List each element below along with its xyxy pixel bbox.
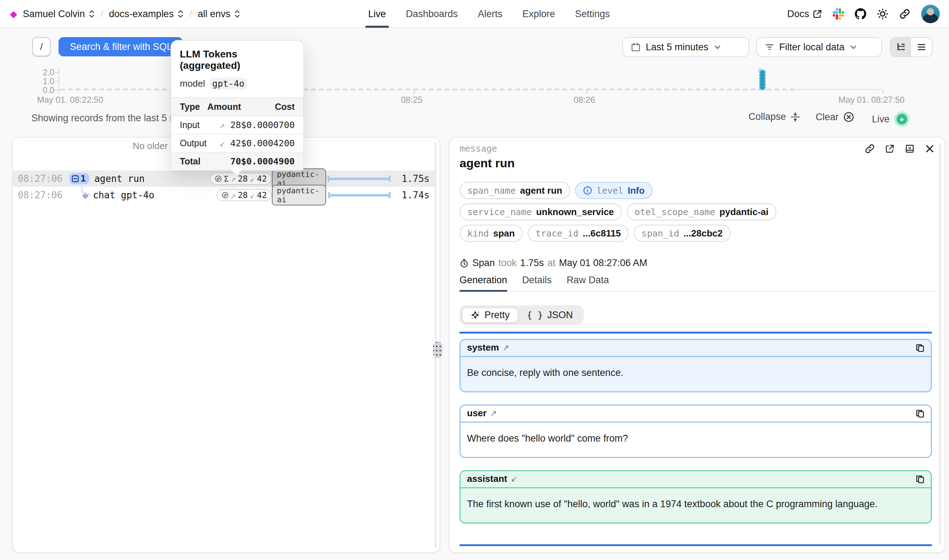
clear-button[interactable]: Clear — [815, 111, 854, 123]
message-header: system ↗ — [461, 340, 931, 357]
breadcrumb: ◆ Samuel Colvin / docs-examples / all en… — [10, 0, 240, 28]
pretty-view-button[interactable]: Pretty — [461, 308, 518, 323]
attr-service-name[interactable]: service_name unknown_service — [460, 203, 622, 220]
token-cost-table: Type Amount Cost Input ↗ 28 $0.0000700 O… — [171, 97, 303, 170]
table-row-output: Output ↙ 42 $0.0004200 — [171, 134, 303, 152]
share-link-icon[interactable] — [899, 8, 911, 20]
org-name: Samuel Colvin — [23, 9, 85, 20]
output-arrow-icon: ↙ — [219, 138, 225, 148]
clear-label: Clear — [815, 112, 839, 123]
braces-icon: { } — [527, 310, 543, 320]
panel-resize-grip[interactable] — [433, 342, 442, 358]
attr-trace-id[interactable]: trace_id ...6c8115 — [528, 225, 629, 242]
input-arrow-icon: ↗ — [231, 174, 236, 183]
outgoing-arrow-icon: ↗ — [503, 343, 509, 352]
x-label-start: May 01. 08:22:50 — [37, 95, 103, 105]
tab-generation[interactable]: Generation — [460, 275, 507, 291]
close-icon[interactable] — [925, 144, 935, 154]
copy-link-icon[interactable] — [865, 144, 875, 154]
role-label: user — [467, 408, 487, 419]
copy-icon[interactable] — [916, 343, 924, 352]
clear-circle-x-icon — [843, 111, 854, 123]
tab-details[interactable]: Details — [522, 275, 552, 291]
open-in-new-icon[interactable] — [885, 144, 895, 154]
detail-scrollbar[interactable] — [939, 143, 941, 545]
tab-settings[interactable]: Settings — [575, 0, 610, 28]
tab-explore[interactable]: Explore — [522, 0, 555, 28]
model-value: gpt-4o — [209, 78, 247, 89]
live-label: Live — [872, 114, 890, 125]
collapse-label: Collapse — [749, 111, 786, 122]
scope-tag[interactable]: pydantic-ai — [272, 185, 326, 205]
trace-list-panel: No older records to show 08:27:06 1 agen… — [12, 137, 440, 553]
slash-shortcut-key: / — [32, 37, 51, 56]
sparkle-icon — [470, 310, 480, 320]
tree-view-button[interactable] — [891, 38, 911, 56]
env-selector[interactable]: all envs — [198, 9, 240, 20]
tab-raw-data[interactable]: Raw Data — [566, 275, 609, 291]
message-text: Be concise, reply with one sentence. — [461, 357, 931, 391]
token-count-pill[interactable]: ↗28 ↙42 — [217, 189, 272, 201]
input-tokens: 28 — [238, 174, 248, 183]
json-view-button[interactable]: { } JSON — [518, 308, 581, 323]
copy-icon[interactable] — [916, 409, 924, 418]
message-system: system ↗ Be concise, reply with one sent… — [460, 339, 932, 392]
slack-icon[interactable] — [833, 8, 844, 20]
list-view-icon — [917, 42, 926, 52]
tab-live[interactable]: Live — [368, 0, 386, 28]
span-duration-summary: Span took 1.75s at May 01 08:27:06 AM — [460, 257, 647, 269]
records-timeline-chart[interactable]: 2.0 1.0 0.0 May 01. 08:22:50 08:25 08:26… — [0, 64, 949, 107]
collapse-button[interactable]: Collapse — [749, 111, 800, 122]
time-range-label: Last 5 minutes — [646, 42, 709, 53]
tab-alerts[interactable]: Alerts — [478, 0, 502, 28]
org-selector[interactable]: Samuel Colvin — [23, 9, 95, 20]
duration-bar-end-cap — [389, 175, 391, 182]
user-avatar[interactable] — [921, 5, 940, 23]
calendar-icon — [631, 42, 641, 52]
dock-panel-icon[interactable] — [905, 144, 915, 154]
time-range-dropdown[interactable]: Last 5 minutes — [622, 37, 749, 57]
docs-link[interactable]: Docs — [787, 9, 822, 20]
duration-text: 1.75s — [520, 257, 544, 269]
flat-list-view-button[interactable] — [911, 38, 932, 56]
attr-span-id[interactable]: span_id ...28cbc2 — [634, 225, 730, 242]
duration-bar — [328, 194, 390, 197]
filter-label: Filter local data — [779, 42, 844, 53]
output-arrow-icon: ↙ — [250, 174, 255, 183]
trace-row-chat-gpt4o[interactable]: 08:27:06 ◆ chat gpt-4o ↗28 ↙42 pydantic-… — [13, 187, 436, 203]
x-label-0825: 08:25 — [401, 95, 422, 105]
tooltip-title: LLM Tokens (aggregated) — [171, 41, 303, 71]
collapse-children-badge[interactable]: 1 — [69, 173, 89, 185]
attr-span-name[interactable]: span_name agent run — [460, 182, 570, 199]
live-toggle[interactable]: Live ◆ — [872, 111, 910, 127]
updown-chevron-icon — [88, 9, 95, 18]
search-filter-sql-button[interactable]: Search & filter with SQL — [58, 37, 183, 56]
copy-icon[interactable] — [916, 474, 924, 484]
github-icon[interactable] — [855, 8, 866, 20]
record-kind-label: message — [460, 143, 497, 154]
filter-local-data-dropdown[interactable]: Filter local data — [756, 37, 882, 57]
token-count-pill[interactable]: Σ ↗28 ↙42 — [210, 172, 272, 185]
duration-bar — [328, 178, 390, 180]
logfire-logo-icon: ◆ — [10, 9, 17, 18]
sigma-aggregate-icon: Σ — [224, 174, 229, 183]
attr-level[interactable]: level Info — [575, 182, 652, 199]
message-text: Where does "hello world" come from? — [461, 423, 931, 457]
table-row-input: Input ↗ 28 $0.0000700 — [171, 116, 303, 134]
attr-kind[interactable]: kind span — [460, 225, 523, 242]
tab-dashboards[interactable]: Dashboards — [406, 0, 458, 28]
y-tick-0: 0.0 — [3, 86, 54, 95]
format-toggle: Pretty { } JSON — [460, 305, 584, 325]
updown-chevron-icon — [234, 9, 240, 18]
project-selector[interactable]: docs-examples — [109, 9, 184, 20]
stopwatch-icon — [460, 258, 469, 268]
y-tick-mark — [55, 72, 58, 73]
timeline-record-bar[interactable] — [759, 70, 766, 90]
theme-toggle-icon[interactable] — [877, 8, 888, 20]
y-tick-mark — [55, 81, 58, 82]
trace-row-agent-run[interactable]: 08:27:06 1 agent run Σ ↗28 ↙42 pydantic-… — [13, 171, 436, 187]
attr-otel-scope-name[interactable]: otel_scope_name pydantic-ai — [627, 203, 776, 220]
message-header: user ↗ — [461, 406, 931, 423]
output-arrow-icon: ↙ — [250, 191, 255, 200]
breadcrumb-separator: / — [189, 9, 192, 20]
